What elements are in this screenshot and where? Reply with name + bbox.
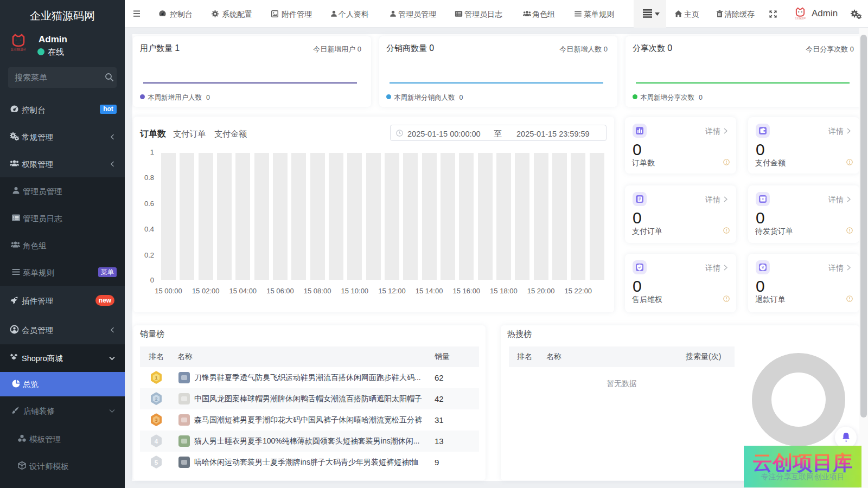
svg-text:5: 5 bbox=[155, 459, 158, 466]
svg-text:3: 3 bbox=[155, 418, 157, 423]
svg-text:4: 4 bbox=[155, 438, 158, 445]
svg-text:1: 1 bbox=[155, 375, 157, 381]
svg-text:企业猫源码: 企业猫源码 bbox=[795, 17, 806, 21]
svg-text:2: 2 bbox=[155, 396, 157, 402]
